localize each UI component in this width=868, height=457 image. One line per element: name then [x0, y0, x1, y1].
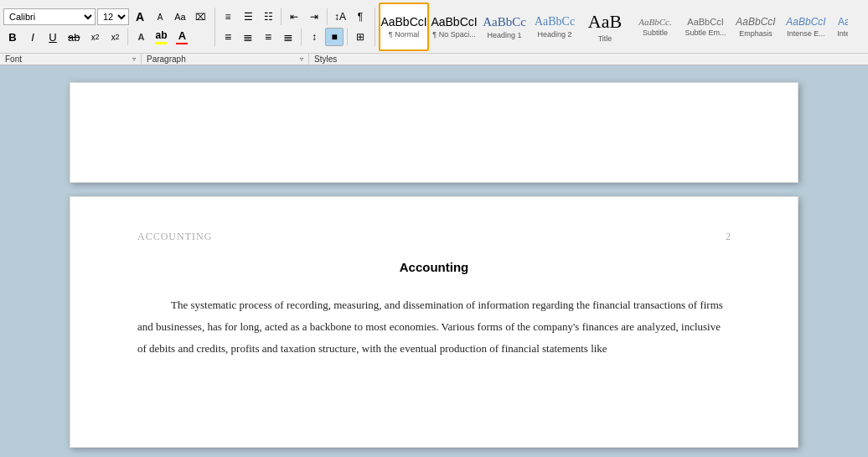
show-formatting-button[interactable]: ¶ [351, 8, 369, 26]
superscript-button[interactable]: x2 [106, 28, 124, 46]
subscript-button[interactable]: x2 [85, 28, 104, 46]
line-spacing-button[interactable]: ↕ [305, 28, 323, 46]
page-header-text: ACCOUNTING [137, 231, 212, 243]
separator [327, 8, 328, 25]
font-expand-icon[interactable]: ▿ [132, 55, 136, 63]
separator [347, 29, 348, 45]
bullets-button[interactable]: ≡ [219, 8, 237, 26]
style-intense2[interactable]: AaBbCc Intense E... [831, 3, 848, 51]
highlight-button[interactable]: ab [152, 28, 170, 46]
text-effects-button[interactable]: A [132, 28, 150, 46]
bold-button[interactable]: B [3, 28, 22, 46]
decrease-indent-button[interactable]: ⇤ [285, 8, 303, 26]
grow-font-button[interactable]: A [131, 8, 149, 26]
font-color-button[interactable]: A [172, 28, 192, 46]
style-emphasis[interactable]: AaBbCcI Emphasis [731, 3, 781, 51]
style-heading2[interactable]: AaBbCc Heading 2 [530, 3, 580, 51]
strikethrough-button[interactable]: ab [64, 28, 84, 46]
sort-button[interactable]: ↕A [331, 8, 349, 26]
align-right-button[interactable]: ≡ [259, 28, 277, 46]
border-button[interactable]: ⊞ [351, 28, 369, 46]
page-header: ACCOUNTING 2 [137, 231, 731, 243]
underline-button[interactable]: U [44, 28, 62, 46]
shrink-font-button[interactable]: A [151, 8, 169, 26]
style-intense-emphasis[interactable]: AaBbCcI Intense E... [781, 3, 831, 51]
paragraph-group: ≡ ☰ ☷ ⇤ ⇥ ↕A ¶ ≡ ≣ ≡ ≣ ↕ ■ ⊞ [219, 8, 375, 46]
style-normal[interactable]: AaBbCcI ¶ Normal [379, 3, 429, 51]
body-text: The systematic process of recording, mea… [137, 299, 723, 355]
styles-group: AaBbCcI ¶ Normal AaBbCcI ¶ No Spaci... A… [379, 3, 848, 51]
justify-button[interactable]: ≣ [279, 28, 297, 46]
italic-button[interactable]: I [23, 28, 42, 46]
document-area: ACCOUNTING 2 Accounting The systematic p… [0, 65, 868, 457]
style-heading1[interactable]: AaBbCc Heading 1 [479, 3, 530, 51]
page-number: 2 [726, 231, 731, 243]
paragraph-section-label: Paragraph ▿ [141, 54, 308, 65]
font-section-label: Font ▿ [0, 54, 141, 65]
change-case-button[interactable]: Aa [171, 8, 189, 26]
ribbon-section-labels: Font ▿ Paragraph ▿ Styles [0, 53, 868, 65]
styles-scroll-area: AaBbCcI ¶ Normal AaBbCcI ¶ No Spaci... A… [379, 3, 848, 51]
align-center-button[interactable]: ≣ [239, 28, 257, 46]
separator [127, 29, 128, 45]
style-subtle-emphasis[interactable]: AaBbCcI Subtle Em... [680, 3, 731, 51]
page-1 [70, 82, 798, 183]
document-body[interactable]: The systematic process of recording, mea… [137, 294, 731, 360]
align-left-button[interactable]: ≡ [219, 28, 237, 46]
font-size-select[interactable]: 891011 12141618 [97, 8, 129, 25]
increase-indent-button[interactable]: ⇥ [305, 8, 323, 26]
separator [281, 8, 282, 25]
shading-button[interactable]: ■ [325, 28, 344, 46]
style-title[interactable]: AaB Title [580, 3, 630, 51]
page-2[interactable]: ACCOUNTING 2 Accounting The systematic p… [70, 196, 798, 448]
font-name-select[interactable]: Calibri Times New Roman Arial [3, 8, 96, 25]
document-title: Accounting [137, 260, 731, 274]
styles-section-label: Styles [308, 54, 868, 65]
font-group: Calibri Times New Roman Arial 891011 121… [3, 8, 215, 46]
clear-format-button[interactable]: ⌧ [191, 8, 209, 26]
paragraph-expand-icon[interactable]: ▿ [300, 55, 303, 63]
ribbon: Calibri Times New Roman Arial 891011 121… [0, 0, 868, 65]
numbering-button[interactable]: ☰ [239, 8, 257, 26]
separator [301, 29, 302, 45]
multilevel-list-button[interactable]: ☷ [259, 8, 277, 26]
style-subtitle[interactable]: AaBbCc. Subtitle [630, 3, 680, 51]
style-no-spacing[interactable]: AaBbCcI ¶ No Spaci... [429, 3, 479, 51]
